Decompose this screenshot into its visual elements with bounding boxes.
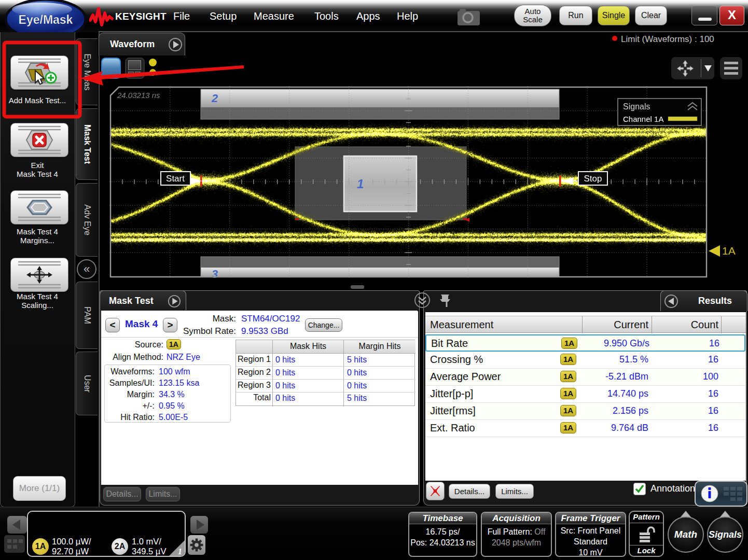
svg-text:2: 2 xyxy=(211,92,218,105)
svg-text:1: 1 xyxy=(357,177,364,191)
svg-text:Channel 1A: Channel 1A xyxy=(623,115,663,123)
svg-text:Eye/Mask: Eye/Mask xyxy=(19,13,73,26)
svg-text:Signals: Signals xyxy=(623,102,650,111)
svg-text:Stop: Stop xyxy=(584,174,602,184)
svg-text:1: 1 xyxy=(178,547,182,556)
svg-text:24.03213 ns: 24.03213 ns xyxy=(117,91,160,100)
svg-text:Start: Start xyxy=(166,174,185,184)
svg-text:1A: 1A xyxy=(722,245,736,257)
